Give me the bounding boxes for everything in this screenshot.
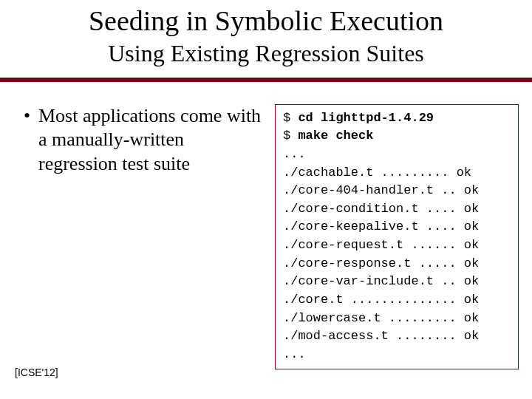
terminal-line: ... [283, 347, 306, 361]
terminal-line: ./core-request.t ...... ok [283, 238, 479, 252]
prompt-1: $ [283, 111, 290, 125]
terminal-line: ./mod-access.t ........ ok [283, 329, 479, 343]
slide-body: Most applications come with a manually-w… [0, 82, 532, 369]
slide-subtitle: Using Existing Regression Suites [0, 37, 532, 67]
citation: [ICSE'12] [15, 366, 58, 378]
terminal-line: ... [283, 147, 306, 161]
command-cd: cd lighttpd-1.4.29 [298, 111, 434, 125]
bullet-item: Most applications come with a manually-w… [27, 104, 265, 177]
terminal-line: ./core-response.t ..... ok [283, 256, 479, 270]
prompt-2: $ [283, 129, 290, 143]
terminal-column: $ cd lighttpd-1.4.29 $ make check ... ./… [275, 104, 519, 369]
terminal-line: ./core-404-handler.t .. ok [283, 183, 479, 197]
terminal-line: ./lowercase.t ......... ok [283, 311, 479, 325]
command-make-check: make check [298, 129, 373, 143]
terminal-line: ./cachable.t ......... ok [283, 166, 471, 180]
terminal-line: ./core-keepalive.t .... ok [283, 219, 479, 233]
terminal-line: ./core-var-include.t .. ok [283, 274, 479, 288]
slide-title: Seeding in Symbolic Execution [0, 0, 532, 37]
terminal-line: ./core.t .............. ok [283, 293, 479, 307]
bullet-column: Most applications come with a manually-w… [13, 104, 265, 177]
slide: Seeding in Symbolic Execution Using Exis… [0, 0, 532, 399]
terminal-line: ./core-condition.t .... ok [283, 202, 479, 216]
terminal-box: $ cd lighttpd-1.4.29 $ make check ... ./… [275, 104, 519, 369]
